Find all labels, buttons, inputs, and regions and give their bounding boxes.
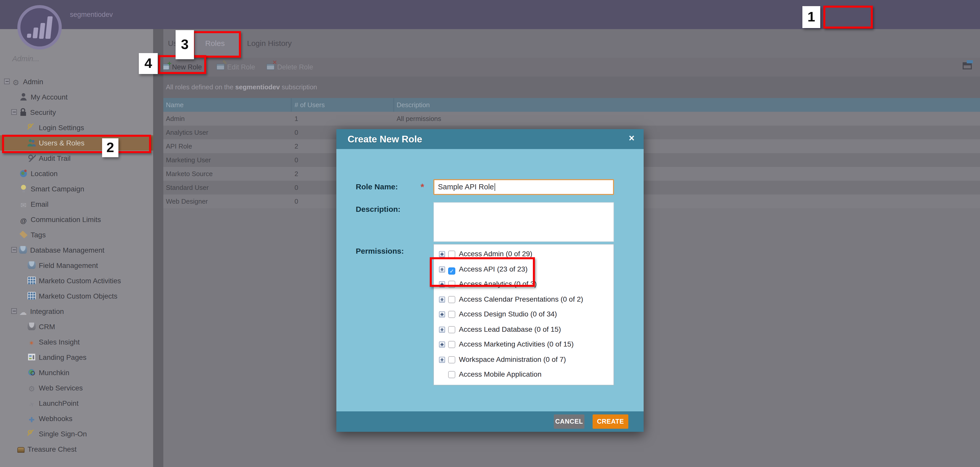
sidebar-item-webhooks[interactable]: Webhooks (0, 411, 153, 426)
subscription-note: All roles defined on the segmentiodev su… (166, 76, 317, 98)
annotation-step-4: 4 (139, 53, 158, 74)
sidebar-item-label: Munchkin (39, 369, 69, 376)
checkbox-unchecked[interactable] (448, 296, 455, 303)
sidebar-item-location[interactable]: Location (0, 166, 153, 181)
sidebar-item-web-services[interactable]: Web Services (0, 380, 153, 396)
sidebar-item-smart-campaign[interactable]: Smart Campaign (0, 181, 153, 197)
sidebar-item-label: LaunchPoint (39, 399, 79, 407)
sidebar-item-sales-insight[interactable]: Sales Insight (0, 334, 153, 349)
expand-icon[interactable] (439, 311, 445, 318)
sidebar-item-security[interactable]: Security (0, 105, 153, 120)
expand-icon[interactable] (439, 342, 445, 348)
cell-name: Admin (166, 112, 185, 125)
sidebar-item-database-management[interactable]: Database Management (0, 242, 153, 258)
checkbox-unchecked[interactable] (448, 371, 455, 378)
checkbox-unchecked[interactable] (448, 251, 455, 258)
app-root: Users Roles Login History New Role Edit … (0, 0, 980, 467)
expand-icon[interactable] (439, 251, 445, 257)
table-row[interactable]: Admin 1 All permissions (163, 112, 980, 125)
sidebar-item-tags[interactable]: Tags (0, 227, 153, 242)
collapse-icon[interactable] (4, 79, 10, 84)
database-icon (27, 261, 36, 269)
database-icon (27, 322, 36, 330)
required-marker: * (421, 182, 424, 193)
permission-row-access-calendar[interactable]: Access Calendar Presentations (0 of 2) (434, 292, 614, 307)
collapse-icon[interactable] (11, 247, 17, 253)
sidebar-item-label: Webhooks (39, 415, 73, 423)
sidebar-filter-input[interactable]: Admin... (12, 55, 39, 63)
permission-label: Access Design Studio (0 of 34) (459, 310, 557, 318)
permission-row-access-mobile-application[interactable]: Access Mobile Application (434, 367, 614, 382)
create-button[interactable]: CREATE (593, 415, 628, 429)
checkbox-unchecked[interactable] (448, 326, 455, 333)
sidebar-splitter[interactable] (153, 29, 163, 467)
admin-tree: Admin My Account Security Login Settings… (0, 74, 153, 457)
note-suffix: subscription (280, 83, 317, 91)
sidebar-item-landing-pages[interactable]: Landing Pages (0, 349, 153, 365)
sidebar-item-label: Landing Pages (39, 353, 86, 361)
sidebar-item-integration[interactable]: Integration (0, 304, 153, 319)
sidebar-item-communication-limits[interactable]: Communication Limits (0, 212, 153, 227)
cell-users: 2 (294, 139, 298, 153)
window-layout-icon[interactable] (963, 62, 972, 70)
sidebar-item-marketo-custom-objects[interactable]: Marketo Custom Objects (0, 288, 153, 304)
cell-users: 0 (294, 125, 298, 139)
sidebar-item-field-management[interactable]: Field Management (0, 258, 153, 273)
permission-row-access-marketing-activities[interactable]: Access Marketing Activities (0 of 15) (434, 337, 614, 352)
checkbox-unchecked[interactable] (448, 311, 455, 318)
column-divider (393, 98, 394, 112)
collapse-icon[interactable] (11, 109, 17, 115)
lightbulb-icon (19, 185, 27, 192)
expand-icon[interactable] (439, 326, 445, 332)
edit-role-label: Edit Role (227, 63, 255, 71)
cancel-button[interactable]: CANCEL (554, 415, 584, 429)
sidebar-item-label: Field Management (39, 261, 98, 270)
edit-role-icon (216, 64, 224, 70)
checkbox-unchecked[interactable] (448, 356, 455, 363)
sidebar-item-admin[interactable]: Admin (0, 74, 153, 89)
role-name-value: Sample API Role (438, 183, 494, 191)
sidebar-item-launchpoint[interactable]: LaunchPoint (0, 396, 153, 411)
permission-label: Workspace Administration (0 of 7) (459, 355, 566, 363)
cell-users: 0 (294, 153, 298, 167)
table-icon (27, 292, 36, 300)
permission-row-workspace-administration[interactable]: Workspace Administration (0 of 7) (434, 352, 614, 367)
cell-description: All permissions (396, 112, 441, 125)
sidebar-item-my-account[interactable]: My Account (0, 89, 153, 105)
cell-users: 0 (294, 181, 298, 194)
sidebar-item-login-settings[interactable]: Login Settings (0, 120, 153, 135)
note-subscription-name: segmentiodev (235, 83, 280, 91)
rocket-icon (27, 401, 36, 408)
sidebar-item-label: Login Settings (39, 124, 84, 132)
role-name-input[interactable]: Sample API Role (433, 179, 614, 195)
expand-icon[interactable] (439, 296, 445, 302)
column-header-name[interactable]: Name (166, 98, 183, 112)
marketo-logo[interactable] (18, 5, 62, 49)
sidebar-item-label: Location (30, 170, 58, 178)
edit-role-button[interactable]: Edit Role (216, 58, 255, 76)
permissions-label: Permissions: (356, 246, 404, 255)
expand-icon[interactable] (439, 356, 445, 363)
checkbox-unchecked[interactable] (448, 341, 455, 348)
delete-role-button[interactable]: Delete Role (266, 58, 313, 76)
description-textarea[interactable] (433, 202, 614, 242)
sidebar-item-label: Smart Campaign (30, 185, 84, 193)
close-icon[interactable]: × (629, 133, 635, 144)
tab-login-history[interactable]: Login History (247, 29, 292, 58)
column-header-users[interactable]: # of Users (294, 98, 325, 112)
magnifier-icon (27, 154, 36, 162)
account-brand-name: segmentiodev (70, 0, 113, 29)
column-header-description[interactable]: Description (396, 98, 430, 112)
sidebar-item-munchkin[interactable]: Munchkin (0, 365, 153, 380)
sidebar-item-marketo-custom-activities[interactable]: Marketo Custom Activities (0, 273, 153, 288)
sidebar-item-label: Single Sign-On (39, 430, 87, 438)
sidebar-item-treasure-chest[interactable]: Treasure Chest (0, 442, 153, 457)
collapse-icon[interactable] (11, 308, 17, 314)
sidebar-item-crm[interactable]: CRM (0, 319, 153, 334)
sidebar-item-email[interactable]: Email (0, 197, 153, 212)
sidebar-item-single-sign-on[interactable]: Single Sign-On (0, 426, 153, 442)
text-cursor (494, 183, 495, 191)
admin-sidebar: Admin... Admin My Account Security Login… (0, 29, 153, 467)
permission-row-access-design-studio[interactable]: Access Design Studio (0 of 34) (434, 307, 614, 322)
permission-row-access-lead-database[interactable]: Access Lead Database (0 of 15) (434, 322, 614, 337)
